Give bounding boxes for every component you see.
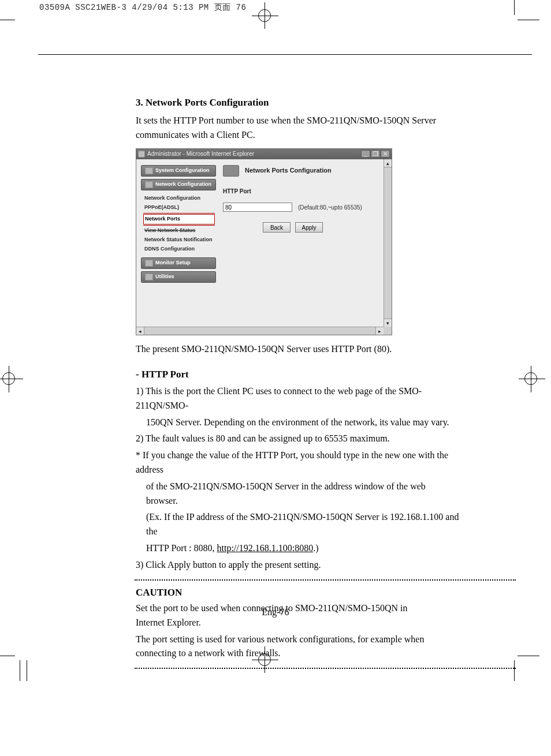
crop-mark <box>27 660 27 681</box>
note-c2-suffix: .) <box>313 543 318 553</box>
caution-heading: CAUTION <box>136 585 459 600</box>
after-shot-text: The present SMO-211QN/SMO-150QN Server u… <box>136 342 459 357</box>
screenshot-window: Administrator - Microsoft Internet Explo… <box>136 148 392 335</box>
crop-mark <box>514 0 515 15</box>
crop-mark <box>0 20 15 20</box>
tools-icon <box>145 274 153 280</box>
crop-mark <box>518 656 539 656</box>
highlight-rule <box>143 225 215 226</box>
back-button[interactable]: Back <box>263 222 291 233</box>
note-c2: HTTP Port : 8080, http://192.168.1.100:8… <box>136 541 459 556</box>
crop-mark <box>518 20 539 20</box>
scroll-right-icon[interactable]: ▸ <box>375 327 384 335</box>
caution-p2: The port setting is used for various net… <box>136 633 436 661</box>
crop-mark <box>0 656 15 656</box>
sidebar-item-ddns[interactable]: DDNS Configuration <box>143 245 215 254</box>
vertical-scrollbar[interactable]: ▴ ▾ <box>384 159 392 327</box>
print-slug: 03509A SSC21WEB-3 4/29/04 5:13 PM 页面 76 <box>39 2 246 13</box>
maximize-button[interactable]: ❐ <box>371 150 380 158</box>
heading-http-port: - HTTP Port <box>136 367 459 382</box>
sidebar-item-pppoe[interactable]: PPPoE(ADSL) <box>143 203 215 212</box>
heading-main: 3. Network Ports Configuration <box>136 95 459 110</box>
http-port-input[interactable] <box>223 203 292 212</box>
example-url: http://192.168.1.100:8080 <box>217 543 314 553</box>
list-item-1b: 150QN Server. Depending on the environme… <box>136 416 459 430</box>
scroll-up-icon[interactable]: ▴ <box>384 159 392 167</box>
intro-paragraph: It sets the HTTP Port number to use when… <box>136 114 459 143</box>
content-area: 3. Network Ports Configuration It sets t… <box>136 95 459 672</box>
sidebar-item-view-status[interactable]: View Network Status <box>143 226 215 235</box>
scroll-down-icon[interactable]: ▾ <box>384 319 392 327</box>
main-panel: Network Ports Configuration HTTP Port (D… <box>223 165 380 233</box>
panel-icon <box>223 165 239 177</box>
sidebar-submenu: Network Configuration PPPoE(ADSL) Networ… <box>141 193 216 257</box>
sidebar-btn-utilities[interactable]: Utilities <box>141 271 216 283</box>
window-titlebar: Administrator - Microsoft Internet Explo… <box>136 149 392 159</box>
sidebar-label: System Configuration <box>155 167 210 175</box>
scroll-corner <box>384 327 392 335</box>
horizontal-scrollbar[interactable]: ◂ ▸ <box>136 327 392 335</box>
note-a: * If you change the value of the HTTP Po… <box>136 448 459 477</box>
crop-mark <box>514 660 515 681</box>
http-port-label: HTTP Port <box>223 187 380 196</box>
http-port-hint: (Default:80,~upto 65535) <box>298 203 362 212</box>
sidebar-btn-network[interactable]: Network Configuration <box>141 179 216 190</box>
dotted-rule <box>135 668 516 669</box>
crop-mark <box>252 16 278 16</box>
crop-mark <box>519 379 545 379</box>
highlight-rule <box>143 213 215 214</box>
apply-button[interactable]: Apply <box>295 222 323 233</box>
crop-mark <box>20 660 20 681</box>
note-b: of the SMO-211QN/SMO-150QN Server in the… <box>136 480 459 508</box>
panel-title: Network Ports Configuration <box>245 166 332 175</box>
note-c1: (Ex. If the IP address of the SMO-211QN/… <box>136 510 459 539</box>
crop-mark <box>531 366 531 392</box>
sidebar-item-network-ports[interactable]: Network Ports <box>143 214 215 224</box>
sidebar-item-status-notif[interactable]: Network Status Notification <box>143 235 215 245</box>
note-c2-prefix: HTTP Port : 8080, <box>146 543 217 553</box>
scroll-left-icon[interactable]: ◂ <box>136 327 144 335</box>
window-title: Administrator - Microsoft Internet Explo… <box>147 149 254 159</box>
network-icon <box>145 181 153 188</box>
monitor-icon <box>145 260 153 267</box>
list-item-3: 3) Click Apply button to apply the prese… <box>136 558 459 572</box>
sidebar: System Configuration Network Configurati… <box>141 165 216 285</box>
crop-mark <box>9 366 9 392</box>
list-item-2: 2) The fault values is 80 and can be ass… <box>136 432 459 446</box>
sidebar-btn-monitor[interactable]: Monitor Setup <box>141 257 216 269</box>
gear-icon <box>145 167 153 174</box>
minimize-button[interactable]: _ <box>361 150 370 158</box>
close-button[interactable]: ✕ <box>381 150 390 158</box>
sidebar-label: Utilities <box>155 273 174 281</box>
page-number: Eng-76 <box>0 607 551 617</box>
list-item-1a: 1) This is the port the Client PC uses t… <box>136 384 459 413</box>
sidebar-item-netconfig[interactable]: Network Configuration <box>143 194 215 203</box>
sidebar-btn-system[interactable]: System Configuration <box>141 165 216 177</box>
dotted-rule <box>135 579 516 581</box>
section-rule <box>38 54 532 55</box>
sidebar-label: Monitor Setup <box>155 259 191 267</box>
crop-mark <box>0 379 23 379</box>
sidebar-label: Network Configuration <box>155 181 211 189</box>
ie-icon <box>138 151 145 158</box>
